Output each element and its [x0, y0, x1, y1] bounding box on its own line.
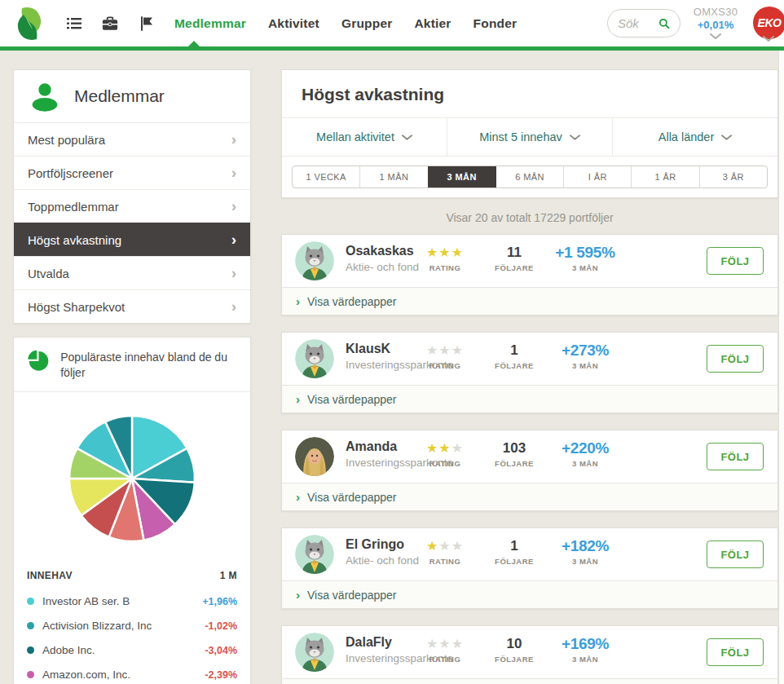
- sidebar-item-toppmedlemmar[interactable]: Toppmedlemmar›: [14, 189, 250, 223]
- holding-name: Adobe Inc.: [42, 644, 205, 656]
- holding-row[interactable]: Activision Blizzard, Inc -1,02%: [27, 614, 237, 638]
- holding-row[interactable]: Adobe Inc. -3,04%: [27, 638, 237, 663]
- sidebar-item-utvalda[interactable]: Utvalda›: [14, 256, 250, 289]
- holding-row[interactable]: Amazon.com, Inc. -2,39%: [27, 663, 237, 684]
- scrollbar-track[interactable]: [778, 51, 784, 684]
- show-securities-toggle[interactable]: › Visa värdepapper: [282, 483, 777, 510]
- index-ticker-omxs30[interactable]: OMXS30 +0,01%: [689, 6, 742, 39]
- holdings-col-name: INNEHAV: [27, 570, 73, 581]
- followers-count: 1: [482, 342, 547, 359]
- show-securities-toggle[interactable]: › Visa värdepapper: [282, 580, 777, 608]
- results-summary: Visar 20 av totalt 17229 portföljer: [281, 211, 778, 224]
- filter-holdings-dropdown[interactable]: Minst 5 innehav: [447, 118, 612, 156]
- tab-1-man[interactable]: 1 MÅN: [359, 166, 427, 188]
- nav-grupper[interactable]: Grupper: [341, 16, 393, 31]
- search-box[interactable]: [607, 9, 680, 38]
- shareville-app: Medlemmar Aktivitet Grupper Aktier Fonde…: [0, 0, 784, 684]
- chevron-down-icon[interactable]: [710, 33, 721, 39]
- member-avatar[interactable]: [295, 535, 334, 574]
- sidebar-item-portfoljscreener[interactable]: Portföljscreener›: [14, 156, 250, 189]
- sidebar-item-label: Högst avkastning: [28, 233, 121, 247]
- rating-label: RATING: [412, 459, 478, 468]
- tab-3-ar[interactable]: 3 ÅR: [699, 166, 767, 188]
- follow-button[interactable]: FÖLJ: [707, 345, 764, 373]
- chevron-down-icon[interactable]: [763, 36, 774, 42]
- search-icon[interactable]: [658, 16, 670, 31]
- member-avatar[interactable]: [295, 437, 334, 476]
- holding-color-dot: [27, 671, 34, 678]
- followers-count: 1: [482, 538, 547, 554]
- user-avatar[interactable]: EKO: [753, 7, 784, 39]
- followers-count: 11: [482, 245, 547, 261]
- flag-icon[interactable]: [137, 15, 155, 33]
- holding-name: Activision Blizzard, Inc: [42, 620, 205, 632]
- search-input[interactable]: [618, 16, 655, 30]
- sidebar-item-label: Portföljscreener: [28, 166, 113, 180]
- filter-activity-dropdown[interactable]: Mellan aktivitet: [282, 118, 447, 156]
- member-avatar[interactable]: [295, 339, 334, 378]
- shareville-logo[interactable]: [11, 6, 47, 42]
- index-change: +0,01%: [689, 19, 742, 31]
- rating-label: RATING: [412, 263, 478, 272]
- popular-holdings-pie: [14, 392, 250, 560]
- sidebar-title: Medlemmar: [74, 86, 165, 106]
- nav-medlemmar[interactable]: Medlemmar: [174, 16, 246, 31]
- pie-chart-icon: [27, 348, 49, 373]
- follow-button[interactable]: FÖLJ: [707, 541, 764, 568]
- holding-change: -3,04%: [205, 645, 237, 656]
- rating-stars: ★★★: [412, 245, 478, 261]
- nav-fonder[interactable]: Fonder: [473, 16, 518, 31]
- primary-nav: Medlemmar Aktivitet Grupper Aktier Fonde…: [174, 16, 517, 31]
- popular-holdings-panel: Populäraste innehav bland de du följer I…: [13, 337, 251, 684]
- return-period-label: 3 MÅN: [540, 459, 630, 468]
- holding-name: Investor AB ser. B: [42, 595, 202, 607]
- tab-1-vecka[interactable]: 1 VECKA: [293, 166, 359, 188]
- tab-1-ar[interactable]: 1 ÅR: [631, 166, 698, 188]
- holding-color-dot: [27, 646, 34, 654]
- holding-row[interactable]: Investor AB ser. B +1,96%: [27, 589, 237, 614]
- follow-button[interactable]: FÖLJ: [707, 638, 764, 666]
- tab-6-man[interactable]: 6 MÅN: [496, 166, 563, 188]
- pie-chart[interactable]: [67, 413, 197, 544]
- followers-label: FÖLJARE: [482, 557, 547, 566]
- member-avatar[interactable]: [295, 241, 334, 280]
- sidebar-menu-panel: Medlemmar Mest populära› Portföljscreene…: [13, 69, 251, 324]
- show-securities-label: Visa värdepapper: [307, 491, 396, 504]
- filter-country-dropdown[interactable]: Alla länder: [612, 118, 777, 156]
- nav-aktivitet[interactable]: Aktivitet: [268, 16, 319, 31]
- page-header-panel: Högst avkastning Mellan aktivitet Minst …: [281, 69, 778, 198]
- chevron-right-icon: ›: [231, 265, 236, 280]
- filter-label: Minst 5 innehav: [479, 130, 562, 143]
- feed-list-icon[interactable]: [65, 15, 83, 33]
- tab-3-man[interactable]: 3 MÅN: [428, 166, 496, 188]
- return-value: +220%: [540, 440, 630, 457]
- nav-aktier[interactable]: Aktier: [414, 16, 451, 31]
- return-period-label: 3 MÅN: [540, 263, 630, 272]
- sidebar-item-mest-populara[interactable]: Mest populära›: [14, 122, 250, 156]
- show-securities-label: Visa värdepapper: [307, 295, 396, 308]
- holdings-list-header: INNEHAV 1 M: [27, 565, 237, 589]
- index-symbol: OMXS30: [689, 6, 742, 18]
- chevron-down-icon: [721, 135, 732, 140]
- show-securities-label: Visa värdepapper: [307, 589, 396, 602]
- portfolio-briefcase-icon[interactable]: [101, 15, 119, 33]
- member-avatar[interactable]: [295, 633, 334, 672]
- follow-button[interactable]: FÖLJ: [707, 443, 764, 470]
- sidebar-item-hogst-avkastning[interactable]: Högst avkastning›: [14, 223, 250, 256]
- show-securities-toggle[interactable]: › Visa värdepapper: [282, 287, 777, 315]
- chevron-right-icon: ›: [231, 198, 236, 214]
- show-securities-toggle[interactable]: › Visa värdepapper: [282, 678, 777, 684]
- filter-label: Alla länder: [658, 130, 715, 143]
- sidebar-item-hogst-sharpekvot[interactable]: Högst Sharpekvot›: [14, 289, 250, 323]
- chevron-down-icon: [570, 135, 580, 140]
- sidebar-item-label: Utvalda: [28, 267, 69, 280]
- chevron-right-icon: ›: [231, 131, 236, 147]
- member-card: KlausK Investeringssparkonto ★★★RATING 1…: [281, 332, 778, 413]
- show-securities-toggle[interactable]: › Visa värdepapper: [282, 385, 777, 413]
- filter-label: Mellan aktivitet: [316, 130, 394, 143]
- tab-i-ar[interactable]: I ÅR: [563, 166, 631, 188]
- return-value: +1 595%: [540, 245, 630, 261]
- holding-change: +1,96%: [202, 596, 237, 607]
- follow-button[interactable]: FÖLJ: [707, 247, 764, 275]
- followers-label: FÖLJARE: [482, 263, 547, 272]
